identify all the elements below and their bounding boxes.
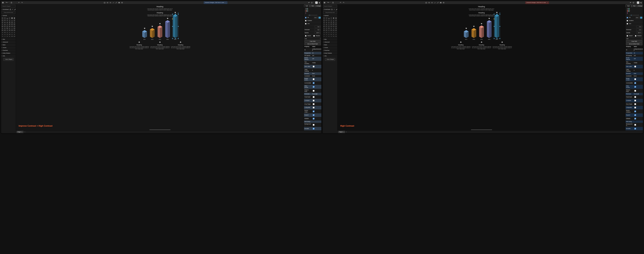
- undo-icon[interactable]: [340, 1, 342, 4]
- prop-check[interactable]: [634, 124, 636, 126]
- shape-section-entity-relation[interactable]: Entity Relation: [1, 52, 16, 55]
- shape-thumb[interactable]: [330, 34, 332, 35]
- color-swatch[interactable]: [628, 10, 628, 12]
- shape-thumb[interactable]: [335, 17, 337, 19]
- color-swatch[interactable]: [627, 12, 628, 14]
- shape-thumb[interactable]: [323, 26, 325, 27]
- color-swatch[interactable]: [628, 8, 628, 10]
- share-icon[interactable]: [630, 1, 632, 4]
- insert-rect-icon[interactable]: [106, 1, 108, 4]
- shape-thumb[interactable]: [323, 34, 325, 35]
- scratchpad-edit-icon[interactable]: [336, 8, 338, 10]
- ai-spark-icon[interactable]: [315, 1, 318, 4]
- shape-thumb[interactable]: [328, 34, 330, 35]
- shape-thumb[interactable]: [330, 26, 332, 27]
- shape-thumb[interactable]: [6, 22, 8, 23]
- shape-section-basic[interactable]: Basic: [323, 44, 338, 46]
- shape-thumb[interactable]: [4, 19, 6, 21]
- swatch-prev-icon[interactable]: ‹: [304, 10, 305, 12]
- prop-check[interactable]: [313, 78, 314, 80]
- shape-thumb[interactable]: [332, 17, 334, 19]
- shape-thumb[interactable]: [4, 28, 6, 29]
- shape-thumb[interactable]: [11, 26, 13, 27]
- shape-thumb[interactable]: [323, 17, 325, 19]
- shape-thumb[interactable]: [2, 26, 4, 27]
- shape-thumb[interactable]: [326, 26, 328, 27]
- insert-freehand-icon[interactable]: [112, 1, 114, 4]
- prop-check[interactable]: [634, 128, 636, 129]
- shape-thumb[interactable]: [330, 28, 332, 29]
- shape-thumb[interactable]: [11, 36, 13, 37]
- shape-thumb[interactable]: [6, 34, 8, 35]
- shape-thumb[interactable]: [2, 22, 4, 23]
- shape-thumb[interactable]: [335, 24, 337, 25]
- prop-value[interactable]: 15: [312, 52, 314, 54]
- shape-thumb[interactable]: [8, 30, 10, 31]
- new-page-icon[interactable]: [332, 1, 334, 4]
- shape-section-arrows[interactable]: Arrows: [1, 46, 16, 49]
- color-swatch-none[interactable]: [306, 8, 306, 10]
- edit-select[interactable]: Edit: [304, 38, 321, 40]
- shape-thumb[interactable]: [4, 26, 6, 27]
- set-default-style-button[interactable]: Set as Default Style: [304, 43, 321, 45]
- prop-value[interactable]: 0: [312, 70, 313, 71]
- shape-thumb[interactable]: [11, 28, 13, 29]
- shape-thumb[interactable]: [2, 17, 4, 19]
- shape-thumb[interactable]: [4, 30, 6, 31]
- line-checkbox[interactable]: [305, 23, 306, 24]
- comments-icon[interactable]: [311, 1, 313, 4]
- shape-thumb[interactable]: [335, 36, 337, 37]
- shape-section-flowchart[interactable]: Flowchart: [1, 49, 16, 52]
- shape-thumb[interactable]: [330, 19, 332, 21]
- shape-thumb[interactable]: [13, 17, 15, 19]
- insert-text-icon[interactable]: [104, 1, 106, 4]
- fill-auto-select[interactable]: Auto: [314, 17, 318, 19]
- shape-thumb[interactable]: [332, 34, 334, 35]
- copy-style-button[interactable]: Copy Style: [626, 40, 642, 43]
- zoom-select[interactable]: 75%: [5, 1, 10, 4]
- horizontal-scrollbar[interactable]: [16, 129, 304, 130]
- shape-thumb[interactable]: [332, 19, 334, 21]
- add-page-button[interactable]: +: [24, 131, 26, 133]
- prop-value[interactable]: Rectangle: [634, 93, 639, 95]
- tab-style[interactable]: Style: [304, 4, 310, 7]
- shape-thumb[interactable]: [4, 22, 6, 23]
- shape-thumb[interactable]: [8, 36, 10, 37]
- fill-color-swatch[interactable]: [640, 17, 642, 19]
- shape-thumb[interactable]: [328, 22, 330, 23]
- color-swatch[interactable]: [308, 8, 308, 10]
- prop-value[interactable]: None: [634, 75, 637, 77]
- shape-thumb[interactable]: [335, 19, 337, 21]
- shape-thumb[interactable]: [328, 30, 330, 31]
- shape-thumb[interactable]: [8, 19, 10, 21]
- shape-thumb[interactable]: Text: [6, 17, 8, 19]
- shape-thumb[interactable]: [326, 36, 328, 37]
- shape-thumb[interactable]: [332, 32, 334, 33]
- shape-thumb[interactable]: [326, 32, 328, 33]
- search-input[interactable]: [2, 5, 18, 7]
- shape-section-flowchart[interactable]: Flowchart: [323, 49, 338, 52]
- shape-thumb[interactable]: [8, 24, 10, 25]
- page-tab[interactable]: Page-1: [338, 131, 345, 133]
- prop-value[interactable]: 100: [312, 58, 314, 59]
- shape-thumb[interactable]: [326, 22, 328, 23]
- insert-rect-icon[interactable]: [428, 1, 430, 4]
- shape-thumb[interactable]: [330, 22, 332, 23]
- gradient-checkbox[interactable]: [305, 20, 306, 21]
- perimeter-input[interactable]: 0 pt: [314, 29, 321, 31]
- prop-check[interactable]: [313, 103, 314, 105]
- shape-thumb[interactable]: [335, 26, 337, 27]
- shape-thumb[interactable]: [2, 28, 4, 29]
- save-button[interactable]: Unsaved changes. Click here to save.: [526, 1, 549, 4]
- save-button[interactable]: Unsaved changes. Click here to save.: [204, 1, 227, 4]
- shape-thumb[interactable]: [8, 17, 10, 19]
- perimeter-input[interactable]: 0 pt: [636, 29, 642, 31]
- insert-table-icon[interactable]: [440, 1, 442, 4]
- sketch-checkbox[interactable]: [305, 35, 306, 36]
- shape-thumb[interactable]: [11, 32, 13, 33]
- scratchpad-add-icon[interactable]: +: [12, 8, 14, 10]
- shape-thumb[interactable]: [6, 28, 8, 29]
- shape-thumb[interactable]: [2, 36, 4, 37]
- color-swatch[interactable]: [629, 10, 629, 12]
- color-swatch[interactable]: [308, 10, 308, 12]
